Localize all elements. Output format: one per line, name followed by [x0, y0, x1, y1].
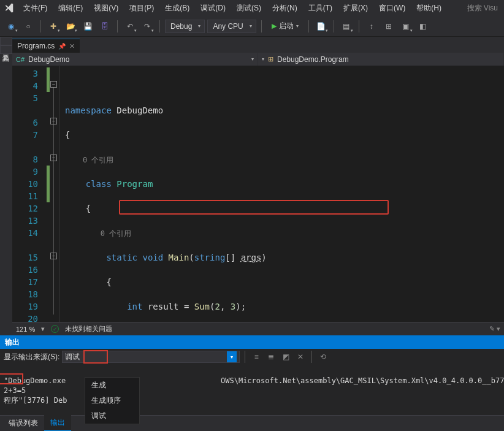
redo-button[interactable]: ↷ — [140, 19, 155, 34]
separator — [159, 20, 160, 32]
separator — [261, 20, 262, 32]
separator — [359, 20, 359, 32]
class-icon: ⊞ — [268, 55, 273, 63]
output-source-menu: 生成 生成顺序 调试 — [85, 377, 140, 424]
highlight-result — [0, 373, 23, 384]
menu-file[interactable]: 文件(F) — [18, 1, 52, 16]
output-icon-4[interactable]: ⟲ — [317, 351, 329, 363]
tab-error-list[interactable]: 错误列表 — [2, 416, 44, 431]
play-icon: ▶ — [272, 22, 277, 30]
menu-tools[interactable]: 工具(T) — [304, 1, 337, 16]
highlight-source — [83, 350, 108, 364]
file-tab-program[interactable]: Program.cs 📌 ✕ — [12, 39, 80, 53]
menu-help[interactable]: 帮助(H) — [411, 1, 446, 16]
output-source-label: 显示输出来源(S): — [4, 352, 59, 362]
output-content[interactable]: "DebugDemo.exe OWS\Microsoft.Net\assembl… — [0, 365, 504, 415]
code-content: namespace DebugDemo { 0 个引用 class Progra… — [60, 66, 504, 322]
separator — [308, 20, 309, 32]
menu-project[interactable]: 项目(P) — [124, 1, 159, 16]
output-source-value: 调试 — [65, 352, 80, 362]
open-button[interactable]: 📂 — [63, 19, 78, 34]
check-icon: ✓ — [51, 325, 59, 333]
nav-project-label: DebugDemo — [28, 55, 69, 64]
pin-icon[interactable]: 📌 — [58, 43, 66, 50]
tb-icon-4[interactable]: ⊞ — [381, 19, 396, 34]
nav-class-label: DebugDemo.Program — [277, 55, 349, 64]
close-icon[interactable]: ✕ — [69, 42, 75, 50]
tb-icon-6[interactable]: ◧ — [416, 19, 430, 34]
menu-item-debug[interactable]: 调试 — [85, 408, 139, 424]
separator — [334, 20, 334, 32]
menu-debug[interactable]: 调试(D) — [196, 1, 231, 16]
nav-fwd-button[interactable]: ○ — [21, 19, 36, 34]
tb-icon-5[interactable]: ▣ — [399, 19, 413, 34]
menu-item-build[interactable]: 生成 — [85, 378, 139, 393]
search-box[interactable]: 搜索 Visu — [464, 2, 502, 15]
fold-class[interactable]: − — [50, 118, 57, 124]
menu-extensions[interactable]: 扩展(X) — [338, 1, 373, 16]
tb-icon-2[interactable]: ▤ — [339, 19, 354, 34]
config-value: Debug — [170, 22, 192, 31]
separator — [311, 351, 312, 363]
tab-output[interactable]: 输出 — [44, 415, 71, 431]
separator — [245, 351, 245, 363]
code-editor[interactable]: 345 678 9101112 131415 16171819 20 − − −… — [12, 66, 504, 322]
output-icon-3[interactable]: ◩ — [280, 351, 292, 363]
side-tab-server[interactable]: 服务器资源管理器 — [0, 37, 12, 45]
menu-item-build-order[interactable]: 生成顺序 — [85, 393, 139, 408]
zoom-level[interactable]: 121 % — [16, 326, 35, 333]
tb-icon-1[interactable]: 📄 — [314, 19, 329, 34]
fold-sum[interactable]: − — [50, 253, 57, 259]
save-all-button[interactable]: 🗄 — [97, 19, 112, 34]
menu-edit[interactable]: 编辑(E) — [53, 1, 88, 16]
csharp-icon: C# — [16, 56, 25, 63]
output-icon-2[interactable]: ≣ — [265, 351, 277, 363]
vs-logo-icon — [2, 2, 17, 14]
menu-view[interactable]: 视图(V) — [89, 1, 123, 16]
undo-button[interactable]: ↶ — [123, 19, 137, 34]
combo-dropdown-icon[interactable]: ▾ — [227, 351, 237, 362]
file-tab-label: Program.cs — [17, 42, 55, 50]
output-title: 输出 — [5, 337, 20, 348]
separator — [117, 20, 118, 32]
tb-icon-3[interactable]: ↕ — [364, 19, 379, 34]
menu-analyze[interactable]: 分析(N) — [267, 1, 302, 16]
issues-status: 未找到相关问题 — [65, 324, 112, 334]
side-tab-toolbox[interactable]: 工具箱 — [0, 45, 12, 54]
output-panel-header[interactable]: 输出 — [0, 335, 504, 349]
output-icon-1[interactable]: ≡ — [250, 351, 262, 363]
fold-margin: − − − − — [49, 66, 60, 322]
save-button[interactable]: 💾 — [80, 19, 95, 34]
platform-combo[interactable]: Any CPU▾ — [207, 20, 256, 33]
fold-namespace[interactable]: − — [50, 81, 57, 88]
new-file-button[interactable]: ✚ — [46, 19, 61, 34]
config-combo[interactable]: Debug▾ — [165, 20, 205, 33]
start-debug-button[interactable]: ▶启动▾ — [267, 20, 304, 33]
nav-class-combo[interactable]: ▾⊞DebugDemo.Program — [258, 53, 504, 66]
start-label: 启动 — [279, 21, 294, 31]
menu-test[interactable]: 测试(S) — [232, 1, 266, 16]
nav-back-button[interactable]: ◉ — [4, 19, 18, 34]
separator — [40, 20, 41, 32]
pen-icon[interactable]: ✎ ▾ — [489, 325, 500, 333]
platform-value: Any CPU — [213, 22, 243, 31]
fold-main[interactable]: − — [50, 154, 57, 161]
nav-project-combo[interactable]: C#DebugDemo▾ — [12, 53, 258, 66]
clear-icon[interactable]: ✕ — [294, 351, 307, 363]
menu-window[interactable]: 窗口(W) — [374, 1, 410, 16]
line-gutter: 345 678 9101112 131415 16171819 20 — [12, 66, 49, 322]
menu-build[interactable]: 生成(B) — [160, 1, 194, 16]
